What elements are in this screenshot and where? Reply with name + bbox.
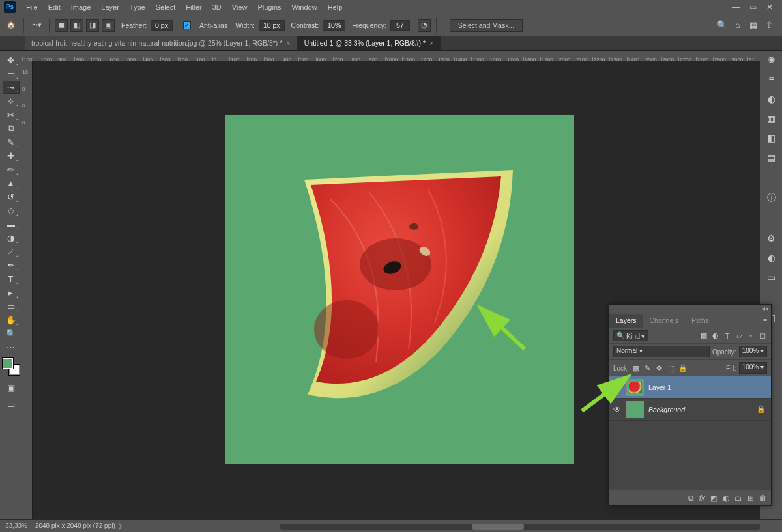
width-input[interactable]: 10 px [259,20,285,31]
visibility-icon[interactable]: 👁 [612,383,622,392]
filter-shape-icon[interactable]: ▱ [734,331,744,341]
magic-wand-tool[interactable]: ✧ [3,94,20,107]
blur-tool[interactable]: ◑ [3,231,20,244]
menu-filter[interactable]: Filter [181,1,207,13]
lock-artboard-icon[interactable]: ⬚ [667,363,676,372]
filter-type-icon[interactable]: T [723,331,732,341]
home-icon[interactable]: 🏠 [4,18,18,33]
artboard[interactable] [225,115,574,464]
tab-channels[interactable]: Channels [643,314,685,328]
foreground-color-swatch[interactable] [3,358,13,369]
styles-icon[interactable]: ▤ [765,151,778,164]
window-close[interactable]: ✕ [762,2,777,12]
patterns-icon[interactable]: ▦ [765,112,778,125]
share-icon[interactable]: ⇪ [764,20,774,31]
lock-image-icon[interactable]: ✎ [643,363,652,372]
horizontal-ruler[interactable]: 1001000900800700600500400300200100010020… [22,51,760,61]
blend-mode-select[interactable]: Normal ▾ [613,346,710,357]
dodge-tool[interactable]: ⟋ [3,245,20,258]
scrollbar-thumb[interactable] [472,524,524,530]
group-icon[interactable]: 🗀 [734,494,742,503]
delete-layer-icon[interactable]: 🗑 [759,494,767,503]
new-layer-icon[interactable]: ⊞ [747,494,754,503]
screenmode-icon[interactable]: ▭ [3,398,20,411]
tab-document-1[interactable]: tropical-fruit-healthy-eating-vitamin-na… [25,36,298,50]
move-tool[interactable]: ✥ [3,53,20,66]
doc-info[interactable]: 2048 pix x 2048 pix (72 ppi) [35,522,123,529]
panel-menu-icon[interactable]: ≡ [759,314,771,328]
lock-icon[interactable]: 🔒 [757,405,768,413]
tab-document-2[interactable]: Untitled-1 @ 33,3% (Layer 1, RGB/8#) * × [298,36,441,50]
filter-smart-icon[interactable]: ▫ [746,331,755,341]
layer-kind-select[interactable]: 🔍 Kind ▾ [613,330,648,341]
lock-position-icon[interactable]: ✥ [655,363,664,372]
selection-subtract-icon[interactable]: ◨ [86,19,99,32]
menu-edit[interactable]: Edit [43,1,66,13]
gradients-icon[interactable]: ◐ [765,92,778,105]
menu-file[interactable]: File [21,1,43,13]
lock-all-icon[interactable]: 🔒 [678,363,688,372]
lasso-tool[interactable]: ⤳ [3,81,20,94]
gradient-tool[interactable]: ▬ [3,217,20,231]
healing-tool[interactable]: ✚ [3,149,20,162]
menu-select[interactable]: Select [151,1,181,13]
frame-tool[interactable]: ⧉ [3,122,20,135]
more-tools[interactable]: ⋯ [3,341,20,354]
filter-toggle-icon[interactable]: ◻ [758,331,767,341]
layer-mask-icon[interactable]: ◩ [710,494,717,503]
selection-intersect-icon[interactable]: ▣ [102,19,115,32]
current-tool-icon[interactable]: ⤳▾ [29,18,44,33]
pen-pressure-icon[interactable]: ◔ [418,19,431,32]
cloud-docs-icon[interactable]: ⌂ [732,20,743,31]
visibility-icon[interactable]: 👁 [612,405,622,414]
layer-name[interactable]: Background [648,406,685,413]
filter-adjust-icon[interactable]: ◐ [711,331,720,341]
quickmask-icon[interactable]: ▣ [3,381,20,394]
clone-tool[interactable]: ▲ [3,176,20,189]
eraser-tool[interactable]: ◇ [3,204,20,217]
adjustments2-icon[interactable]: ◐ [765,251,778,264]
selection-new-icon[interactable]: ◼ [55,19,68,32]
type-tool[interactable]: T [3,272,20,285]
brush-tool[interactable]: ✏ [3,163,20,176]
zoom-tool[interactable]: 🔍 [3,327,20,340]
pen-tool[interactable]: ✒ [3,259,20,272]
selection-add-icon[interactable]: ◧ [70,19,83,32]
select-and-mask-button[interactable]: Select and Mask... [450,19,523,32]
info-icon[interactable]: ⓘ [765,191,778,204]
link-layers-icon[interactable]: ⧉ [688,494,694,503]
fill-input[interactable]: 100% ▾ [739,362,767,374]
history-brush-tool[interactable]: ↺ [3,190,20,203]
path-selection-tool[interactable]: ▸ [3,286,20,299]
adjustments-icon[interactable]: ◧ [765,132,778,145]
filter-pixel-icon[interactable]: ▩ [699,331,708,341]
window-maximize[interactable]: ▭ [746,2,760,12]
tab-layers[interactable]: Layers [609,314,643,328]
menu-type[interactable]: Type [124,1,151,13]
eyedropper-tool[interactable]: ✎ [3,135,20,148]
menu-help[interactable]: Help [323,1,348,13]
tab-paths[interactable]: Paths [685,314,716,328]
marquee-tool[interactable]: ▭ [3,67,20,80]
color-swatches[interactable] [3,358,20,375]
hand-tool[interactable]: ✋ [3,313,20,326]
layers-panel[interactable]: ◂◂ Layers Channels Paths ≡ 🔍 Kind ▾ ▩ ◐ … [609,304,772,506]
menu-image[interactable]: Image [66,1,96,13]
search-icon[interactable]: 🔍 [717,20,727,31]
menu-3d[interactable]: 3D [207,1,227,13]
menu-view[interactable]: View [227,1,253,13]
panel-collapse-icon[interactable]: ◂◂ [762,305,768,314]
feather-input[interactable]: 0 px [151,20,173,31]
libraries-icon[interactable]: ▭ [765,271,778,284]
horizontal-scrollbar[interactable] [280,524,760,530]
layer-fx-icon[interactable]: fx [699,494,705,503]
window-minimize[interactable]: — [729,2,743,12]
adjustment-layer-icon[interactable]: ◐ [723,494,729,503]
layer-item-layer1[interactable]: 👁 Layer 1 [609,376,771,399]
swatches-icon[interactable]: ≡ [765,73,778,86]
contrast-input[interactable]: 10% [323,20,345,31]
close-icon[interactable]: × [286,39,290,47]
antialias-checkbox[interactable]: ✓ [183,21,191,29]
menu-layer[interactable]: Layer [96,1,124,13]
layer-thumbnail[interactable] [626,379,644,396]
